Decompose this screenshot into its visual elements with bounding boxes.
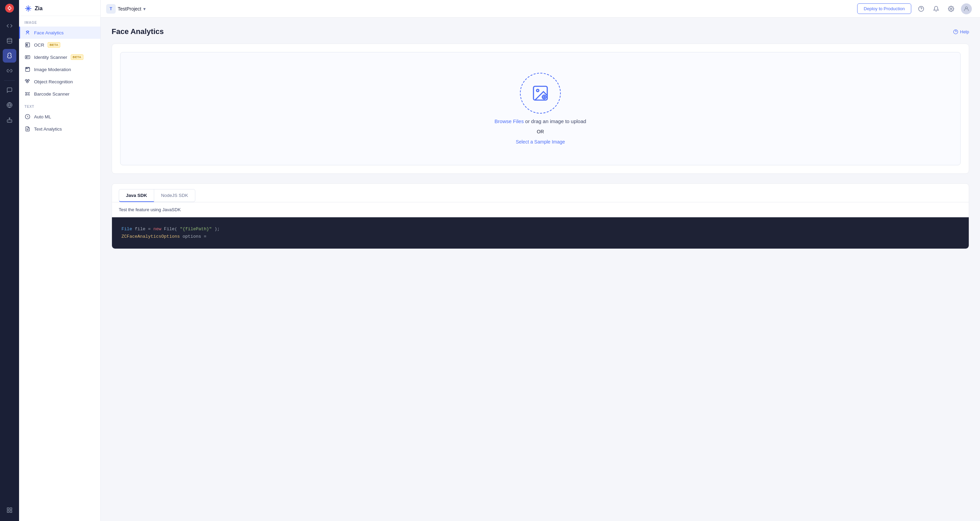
help-label: Help bbox=[960, 29, 969, 34]
select-sample-image-link[interactable]: Select a Sample Image bbox=[516, 139, 565, 145]
tab-nodejs-sdk[interactable]: NodeJS SDK bbox=[154, 189, 195, 202]
sidebar-item-face-analytics-label: Face Analytics bbox=[34, 30, 64, 35]
sidebar-item-face-analytics[interactable]: Face Analytics bbox=[19, 27, 100, 39]
svg-point-34 bbox=[537, 89, 539, 92]
sidebar-item-identity-label: Identity Scanner bbox=[34, 55, 67, 60]
sidebar: Zia IMAGE Face Analytics OCR BETA bbox=[19, 0, 101, 521]
upload-or-text: OR bbox=[537, 129, 544, 134]
rail-item-code[interactable] bbox=[3, 19, 16, 33]
page-title: Face Analytics bbox=[111, 27, 164, 36]
zia-logo-icon bbox=[24, 5, 32, 12]
sidebar-item-ocr[interactable]: OCR BETA bbox=[19, 39, 100, 51]
rail-item-function[interactable] bbox=[3, 64, 16, 78]
browse-files-link[interactable]: Browse Files bbox=[495, 118, 524, 124]
svg-rect-11 bbox=[7, 508, 9, 510]
section-label-image: IMAGE bbox=[19, 16, 100, 27]
code-keyword-file: File bbox=[121, 227, 132, 232]
sidebar-brand-header: Zia bbox=[19, 0, 100, 16]
sidebar-item-auto-ml-label: Auto ML bbox=[34, 114, 51, 119]
text-analytics-icon bbox=[24, 126, 30, 132]
svg-rect-6 bbox=[7, 120, 12, 122]
rail-item-globe[interactable] bbox=[3, 98, 16, 112]
upload-zone[interactable]: Browse Files or drag an image to upload … bbox=[120, 52, 961, 165]
image-moderation-icon bbox=[24, 66, 30, 72]
sidebar-brand-label: Zia bbox=[35, 5, 43, 11]
rail-item-grid[interactable] bbox=[3, 503, 16, 517]
code-line-1: File file = new File( "{filePath}" ); bbox=[121, 226, 959, 233]
code-class-options: ZCFaceAnalyticsOptions bbox=[121, 234, 180, 239]
help-icon-button[interactable] bbox=[916, 4, 926, 14]
auto-ml-icon bbox=[24, 114, 30, 120]
sidebar-item-barcode-label: Barcode Scanner bbox=[34, 92, 69, 97]
main-container: T TestProject ▾ Deploy to Production Fac… bbox=[101, 0, 980, 521]
sidebar-item-object-recognition[interactable]: Object Recognition bbox=[19, 76, 100, 88]
svg-point-1 bbox=[8, 7, 11, 9]
sdk-section: Java SDK NodeJS SDK Test the feature usi… bbox=[111, 183, 969, 249]
svg-point-23 bbox=[27, 68, 27, 69]
sidebar-section-text: TEXT Auto ML Text Analytics bbox=[19, 100, 100, 135]
upload-image-icon bbox=[531, 84, 550, 102]
code-block: File file = new File( "{filePath}" ); ZC… bbox=[112, 217, 969, 249]
svg-point-19 bbox=[29, 31, 29, 32]
sidebar-section-image: IMAGE Face Analytics OCR BETA bbox=[19, 16, 100, 100]
sdk-tabs-container: Java SDK NodeJS SDK bbox=[112, 184, 969, 202]
svg-point-18 bbox=[26, 31, 27, 32]
upload-text: Browse Files or drag an image to upload bbox=[495, 118, 586, 124]
svg-rect-12 bbox=[10, 508, 12, 510]
code-keyword-new: new bbox=[153, 227, 161, 232]
help-link[interactable]: Help bbox=[953, 29, 969, 34]
project-name: TestProject bbox=[118, 6, 141, 11]
rail-item-database[interactable] bbox=[3, 34, 16, 48]
identity-badge: BETA bbox=[71, 54, 83, 60]
notifications-bell-icon[interactable] bbox=[931, 4, 941, 14]
upload-circle bbox=[520, 73, 561, 114]
svg-point-7 bbox=[9, 118, 10, 119]
sidebar-item-image-moderation-label: Image Moderation bbox=[34, 67, 71, 72]
sidebar-item-text-analytics[interactable]: Text Analytics bbox=[19, 123, 100, 135]
sidebar-item-object-recognition-label: Object Recognition bbox=[34, 79, 73, 84]
barcode-scanner-icon bbox=[24, 91, 30, 97]
help-circle-icon bbox=[953, 29, 958, 34]
upload-card: Browse Files or drag an image to upload … bbox=[111, 43, 969, 174]
object-recognition-icon bbox=[24, 79, 30, 85]
rail-item-brain[interactable] bbox=[3, 49, 16, 63]
topbar: T TestProject ▾ Deploy to Production bbox=[101, 0, 980, 18]
svg-point-2 bbox=[7, 38, 12, 40]
icon-rail bbox=[0, 0, 19, 521]
svg-point-29 bbox=[950, 8, 952, 10]
code-string-filepath: "{filePath}" bbox=[180, 227, 212, 232]
svg-rect-14 bbox=[10, 511, 12, 513]
code-line-2: ZCFaceAnalyticsOptions options = bbox=[121, 233, 959, 240]
face-analytics-icon bbox=[24, 30, 30, 36]
section-label-text: TEXT bbox=[19, 100, 100, 111]
tab-java-sdk[interactable]: Java SDK bbox=[119, 189, 154, 202]
sidebar-item-barcode-scanner[interactable]: Barcode Scanner bbox=[19, 88, 100, 100]
rail-item-bot[interactable] bbox=[3, 113, 16, 127]
sdk-description: Test the feature using JavaSDK bbox=[112, 202, 969, 217]
user-avatar[interactable] bbox=[961, 3, 972, 14]
sidebar-item-text-analytics-label: Text Analytics bbox=[34, 127, 62, 132]
sidebar-item-ocr-label: OCR bbox=[34, 43, 44, 48]
content-area: Face Analytics Help bbox=[101, 18, 980, 521]
settings-gear-icon[interactable] bbox=[946, 4, 956, 14]
sidebar-item-identity-scanner[interactable]: Identity Scanner BETA bbox=[19, 51, 100, 63]
ocr-icon bbox=[24, 42, 30, 48]
ocr-badge: BETA bbox=[48, 42, 60, 48]
svg-point-15 bbox=[27, 8, 29, 10]
svg-point-17 bbox=[27, 31, 28, 33]
rail-item-chat[interactable] bbox=[3, 83, 16, 97]
project-avatar: T bbox=[106, 4, 116, 14]
app-logo[interactable] bbox=[4, 3, 15, 14]
deploy-to-production-button[interactable]: Deploy to Production bbox=[857, 3, 911, 14]
sidebar-item-auto-ml[interactable]: Auto ML bbox=[19, 111, 100, 123]
topbar-right: Deploy to Production bbox=[857, 3, 972, 14]
topbar-left: T TestProject ▾ bbox=[106, 4, 146, 14]
page-header: Face Analytics Help bbox=[111, 27, 969, 36]
identity-scanner-icon bbox=[24, 54, 30, 60]
svg-rect-13 bbox=[7, 511, 9, 513]
project-chevron-icon[interactable]: ▾ bbox=[143, 6, 146, 11]
sidebar-item-image-moderation[interactable]: Image Moderation bbox=[19, 63, 100, 76]
